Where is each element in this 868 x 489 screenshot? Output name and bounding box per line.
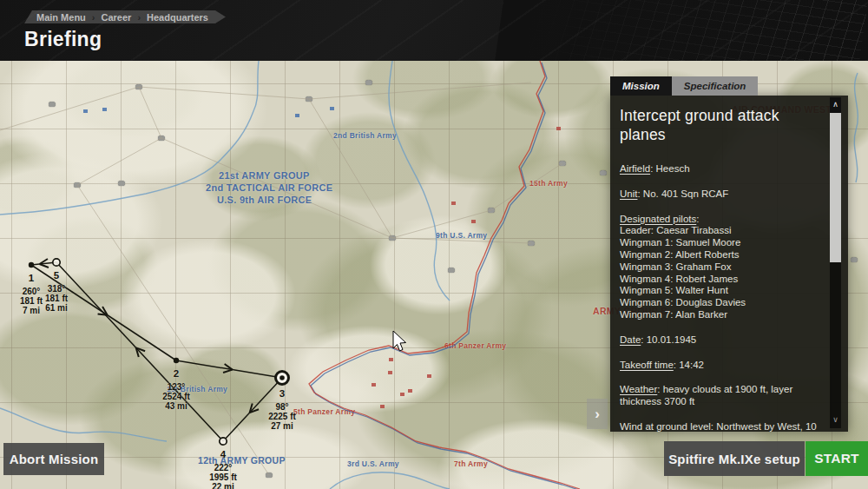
map-city-marker bbox=[158, 135, 165, 141]
map-city-marker bbox=[135, 84, 142, 89]
waypoint-label: 5318°181 ft61 mi bbox=[45, 271, 68, 313]
map-label: 2nd TACTICAL AIR FORCE bbox=[206, 182, 332, 193]
panel-field: Unit: No. 401 Sqn RCAF bbox=[620, 188, 817, 201]
plane-setup-button[interactable]: Spitfire Mk.IXe setup bbox=[664, 441, 805, 476]
waypoint-info-line: 123° bbox=[162, 382, 190, 392]
panel-section: Takeoff time: 14:42 bbox=[620, 360, 817, 372]
map-unit-mark bbox=[400, 393, 404, 396]
waypoint-info-line: 318° bbox=[45, 284, 68, 294]
breadcrumb-item-career[interactable]: Career bbox=[102, 12, 132, 23]
waypoint-label: 398°2225 ft27 mi bbox=[268, 389, 296, 431]
panel-field-label: Airfield bbox=[620, 163, 650, 174]
map-unit-mark bbox=[408, 389, 412, 393]
map-label: 15th Army bbox=[529, 179, 568, 188]
breadcrumb-item-headquarters[interactable]: Headquarters bbox=[147, 12, 208, 23]
waypoint-info-line: 61 mi bbox=[45, 303, 68, 313]
panel-field-label: Takeoff time bbox=[620, 360, 674, 370]
panel-field-label: Unit bbox=[620, 188, 637, 199]
hangar-truss-texture bbox=[0, 0, 868, 61]
waypoint-info-line: 43 mi bbox=[162, 401, 190, 411]
panel-field: Weather: heavy clouds at 1900 ft, layer … bbox=[620, 384, 817, 408]
panel-list-item: Wingman 4: Robert James bbox=[620, 274, 817, 286]
map-unit-mark bbox=[380, 405, 385, 408]
panel-list-item: Wingman 5: Walter Hunt bbox=[620, 285, 817, 297]
map-city-marker bbox=[266, 472, 273, 478]
breadcrumb-chevron-icon: › bbox=[137, 12, 141, 23]
map-label: U.S. 9th AIR FORCE bbox=[217, 195, 312, 205]
waypoint-number: 4 bbox=[209, 450, 237, 459]
start-button[interactable]: START bbox=[806, 441, 868, 476]
waypoint-info-line: 260° bbox=[20, 287, 43, 296]
tab-mission[interactable]: Mission bbox=[610, 76, 672, 96]
panel-field-label: Weather bbox=[620, 384, 657, 394]
map-unit-mark bbox=[83, 109, 88, 113]
waypoint-label: 2123°2524 ft43 mi bbox=[162, 369, 190, 411]
top-bar: Main Menu›Career›Headquarters Briefing bbox=[0, 0, 868, 61]
abort-mission-button[interactable]: Abort Mission bbox=[3, 443, 104, 475]
panel-field-value: : Heesch bbox=[650, 163, 689, 174]
map-city-marker bbox=[74, 182, 81, 188]
panel-section: Unit: No. 401 Sqn RCAF bbox=[620, 188, 817, 201]
map-city-marker bbox=[851, 257, 858, 262]
panel-scrollbar[interactable]: ∧ ∨ bbox=[830, 97, 841, 428]
panel-list-item: Wingman 7: Alan Barker bbox=[620, 309, 817, 321]
map-city-marker bbox=[448, 268, 455, 273]
panel-field: Date: 10.01.1945 bbox=[620, 334, 817, 347]
waypoint-info-line: 2225 ft bbox=[268, 412, 296, 421]
map-city-marker bbox=[528, 241, 535, 246]
panel-field-label: Wind at ground level bbox=[620, 421, 711, 432]
scroll-up-icon[interactable]: ∧ bbox=[830, 97, 841, 113]
mission-panel-content: Intercept ground attack planes Airfield:… bbox=[610, 96, 848, 432]
tab-specification[interactable]: Specification bbox=[672, 76, 759, 96]
panel-field-value: : 14:42 bbox=[674, 360, 704, 370]
waypoint-info: 222°1995 ft22 mi bbox=[209, 463, 237, 489]
map-city-marker bbox=[365, 80, 372, 85]
breadcrumb-item-main-menu[interactable]: Main Menu bbox=[36, 12, 86, 23]
map-unit-mark bbox=[372, 383, 376, 387]
panel-field-value: : bbox=[696, 214, 699, 224]
panel-field-value: : No. 401 Sqn RCAF bbox=[637, 188, 728, 199]
map-city-marker bbox=[389, 235, 396, 241]
panel-collapse-button[interactable]: › bbox=[587, 399, 608, 429]
chevron-right-icon: › bbox=[595, 406, 600, 423]
panel-field: Airfield: Heesch bbox=[620, 163, 817, 175]
panel-field: Wind at ground level: Northwest by West,… bbox=[620, 421, 817, 432]
scroll-down-icon[interactable]: ∨ bbox=[830, 413, 841, 428]
map-label: 9th U.S. Army bbox=[436, 231, 487, 240]
waypoint-info: 260°181 ft7 mi bbox=[20, 287, 43, 315]
panel-section: Weather: heavy clouds at 1900 ft, layer … bbox=[620, 384, 817, 408]
breadcrumb: Main Menu›Career›Headquarters bbox=[24, 10, 226, 23]
map-city-marker bbox=[559, 161, 566, 166]
panel-field-label: Designated pilots bbox=[620, 214, 696, 224]
map-unit-mark bbox=[427, 374, 431, 378]
map-unit-mark bbox=[389, 358, 393, 361]
panel-field-label: Date bbox=[620, 334, 641, 345]
waypoint-info-line: 2524 ft bbox=[162, 392, 190, 401]
breadcrumb-chevron-icon: › bbox=[92, 12, 95, 23]
waypoint-info-line: 1995 ft bbox=[209, 472, 237, 482]
briefing-screen: 21st ARMY GROUP2nd TACTICAL AIR FORCEU.S… bbox=[0, 0, 868, 489]
map-label: 6th Panzer Army bbox=[444, 341, 506, 350]
page-title: Briefing bbox=[24, 28, 102, 51]
panel-section: Date: 10.01.1945 bbox=[620, 334, 817, 347]
scrollbar-thumb[interactable] bbox=[830, 113, 841, 262]
panel-list-item: Wingman 6: Douglas Davies bbox=[620, 297, 817, 309]
panel-tabs: Mission Specification bbox=[610, 76, 758, 96]
map-label: 2nd British Army bbox=[333, 131, 397, 140]
map-city-marker bbox=[49, 102, 56, 107]
panel-list-item: Wingman 3: Graham Fox bbox=[620, 261, 817, 274]
waypoint-number: 2 bbox=[162, 369, 190, 379]
waypoint-info-line: 181 ft bbox=[45, 294, 68, 303]
panel-section: Designated pilots: Leader: Caesar Tiraba… bbox=[620, 214, 817, 321]
panel-list-item: Leader: Caesar Tirabassi bbox=[620, 225, 817, 237]
panel-section: Wind at ground level: Northwest by West,… bbox=[620, 421, 817, 432]
panel-list-item: Wingman 1: Samuel Moore bbox=[620, 237, 817, 249]
map-city-marker bbox=[306, 96, 312, 102]
waypoint-number: 5 bbox=[45, 271, 68, 281]
waypoint-info-line: 98° bbox=[268, 402, 296, 412]
map-unit-mark bbox=[295, 114, 299, 117]
map-unit-mark bbox=[471, 220, 476, 223]
map-label: 21st ARMY GROUP bbox=[219, 170, 310, 181]
waypoint-number: 1 bbox=[20, 274, 43, 283]
panel-field: Takeoff time: 14:42 bbox=[620, 360, 817, 372]
